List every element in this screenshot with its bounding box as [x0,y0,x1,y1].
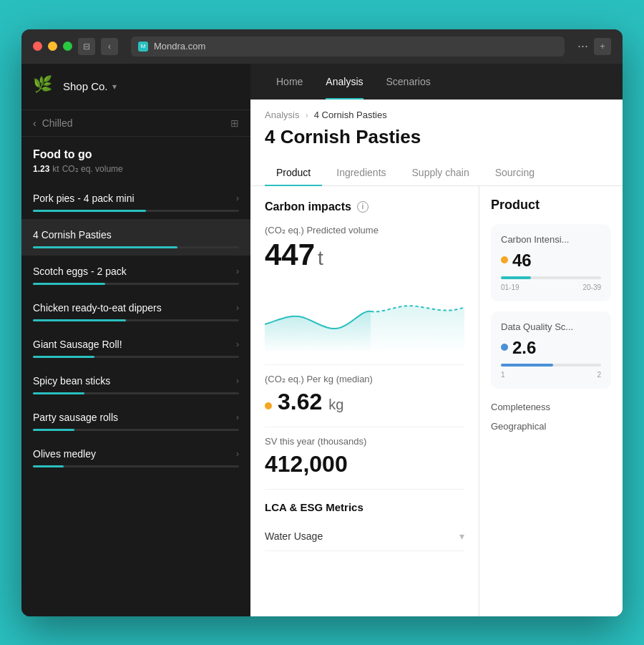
sv-label: SV this year (thousands) [265,436,464,447]
chart-gradient-solid [265,311,371,352]
data-quality-bar-fill [501,364,553,367]
carbon-intensity-card: Carbon Intensi... 46 01-19 20-39 [491,224,611,301]
nav-item-scenarios[interactable]: Scenarios [375,64,442,100]
sidebar-item-bar [33,356,239,358]
sidebar-volume: 1.23 kt CO₂ eq. volume [21,164,250,183]
lca-title: LCA & ESG Metrics [265,501,464,513]
sidebar-item-label: Olives medley [33,448,96,460]
carbon-impacts-title: Carbon impacts i [265,200,464,213]
traffic-light-green[interactable] [63,42,72,51]
page-title: 4 Cornish Pasties [250,120,623,160]
sidebar-header: 🌿 Shop Co. ▾ [21,64,250,110]
carbon-intensity-bar [501,276,601,279]
per-kg-value: 3.62 kg [278,389,343,415]
data-quality-label-left: 1 [501,371,505,379]
sidebar-item-scotch-eggs[interactable]: Scotch eggs - 2 pack › [21,256,250,292]
tab-product[interactable]: Product [265,160,322,185]
app-logo: 🌿 [33,75,56,98]
lca-section: LCA & ESG Metrics Water Usage ▾ [265,501,464,551]
page-content: Analysis › 4 Cornish Pasties 4 Cornish P… [250,100,623,616]
tab-sourcing[interactable]: Sourcing [484,160,546,185]
volume-suffix: CO₂ eq. volume [62,164,123,174]
company-selector[interactable]: Shop Co. ▾ [63,80,117,92]
divider [265,489,464,490]
nav-item-analysis[interactable]: Analysis [314,64,374,100]
sidebar-item-label: 4 Cornish Pasties [33,229,112,241]
sidebar-item-spicy-bean-sticks[interactable]: Spicy bean sticks › [21,365,250,402]
breadcrumb-arrow-icon: › [305,110,308,120]
traffic-light-red[interactable] [33,42,42,51]
new-tab-icon[interactable]: + [594,38,611,55]
sidebar-section-title: Food to go [21,137,250,164]
data-quality-value: 2.6 [512,338,536,358]
divider [265,364,464,365]
sidebar-item-chevron-icon: › [236,303,239,313]
carbon-intensity-dot [501,256,508,263]
address-bar[interactable]: M Mondra.com [131,37,565,57]
chart-gradient-dashed [371,306,464,353]
per-kg-metric: (CO₂ eq.) Per kg (median) 3.62 kg [265,374,464,415]
carbon-intensity-metric: 46 [501,251,601,271]
sidebar-item-label: Party sausage rolls [33,412,118,423]
page-tabs: Product Ingredients Supply chain Sourcin… [250,160,623,186]
layout-icon[interactable]: ⊞ [230,117,239,129]
data-quality-title: Data Quality Sc... [501,321,601,332]
sidebar-item-chevron-icon: › [236,376,239,386]
sidebar-item-cornish-pasties[interactable]: 4 Cornish Pasties [21,219,250,256]
sidebar-item-label: Scotch eggs - 2 pack [33,266,127,277]
tab-ingredients[interactable]: Ingredients [325,160,397,185]
carbon-intensity-label-left: 01-19 [501,283,519,291]
sidebar-item-giant-sausage-roll[interactable]: Giant Sausage Roll! › [21,329,250,365]
data-quality-bar [501,364,601,367]
sidebar-back-nav[interactable]: ‹ Chilled ⊞ [21,110,250,137]
volume-unit: kt [52,164,59,174]
data-quality-card: Data Quality Sc... 2.6 1 2 [491,311,611,389]
sidebar-item-bar [33,392,239,394]
nav-back-icon[interactable]: ‹ [101,38,118,55]
sidebar-item-pork-pies[interactable]: Pork pies - 4 pack mini › [21,183,250,219]
sidebar-item-label: Chicken ready-to-eat dippers [33,302,162,314]
nav-item-home[interactable]: Home [265,64,314,100]
data-quality-dot [501,344,508,351]
sidebar-item-olives-medley[interactable]: Olives medley › [21,438,250,475]
lca-item-water-usage[interactable]: Water Usage ▾ [265,522,464,551]
more-options-icon[interactable]: ··· [577,39,588,54]
main-content: Home Analysis Scenarios Analysis › 4 Cor… [250,64,623,616]
predicted-volume-label: (CO₂ eq.) Predicted volume [265,225,464,236]
carbon-intensity-labels: 01-19 20-39 [501,283,601,291]
sidebar-item-label: Pork pies - 4 pack mini [33,193,135,204]
data-quality-label-right: 2 [597,371,601,379]
sv-metric: SV this year (thousands) 412,000 [265,436,464,477]
data-quality-metric: 2.6 [501,338,601,358]
completeness-label: Completeness [491,399,611,418]
sidebar-back-label: Chilled [42,117,73,129]
data-quality-labels: 1 2 [501,371,601,379]
app-nav: Home Analysis Scenarios [250,64,623,100]
sidebar-item-label: Giant Sausage Roll! [33,339,122,350]
sidebar-item-label: Spicy bean sticks [33,375,110,387]
sidebar-item-bar [33,319,239,321]
carbon-intensity-title: Carbon Intensi... [501,234,601,245]
sidebar-item-bar [33,283,239,285]
lca-chevron-icon: ▾ [459,530,464,542]
predicted-volume-value: 447t [265,240,464,270]
breadcrumb-parent[interactable]: Analysis [265,110,299,120]
traffic-light-yellow[interactable] [48,42,57,51]
sidebar-item-chevron-icon: › [236,412,239,422]
sidebar-item-bar [33,429,239,431]
per-kg-dot [265,402,272,409]
sidebar-item-chevron-icon: › [236,449,239,459]
info-icon[interactable]: i [357,201,369,213]
sidebar-item-chicken-dippers[interactable]: Chicken ready-to-eat dippers › [21,292,250,329]
sidebar: 🌿 Shop Co. ▾ ‹ Chilled ⊞ Food to go 1.23… [21,64,250,616]
sidebar-item-chevron-icon: › [236,266,239,276]
sidebar-item-party-sausage-rolls[interactable]: Party sausage rolls › [21,402,250,438]
sidebar-item-chevron-icon: › [236,193,239,203]
sidebar-toggle-icon[interactable]: ⊟ [78,38,95,55]
breadcrumb-current: 4 Cornish Pasties [314,110,387,120]
back-arrow-icon: ‹ [33,117,36,129]
sidebar-item-bar [33,465,239,467]
carbon-intensity-bar-fill [501,276,531,279]
divider [265,427,464,427]
tab-supply-chain[interactable]: Supply chain [401,160,481,185]
